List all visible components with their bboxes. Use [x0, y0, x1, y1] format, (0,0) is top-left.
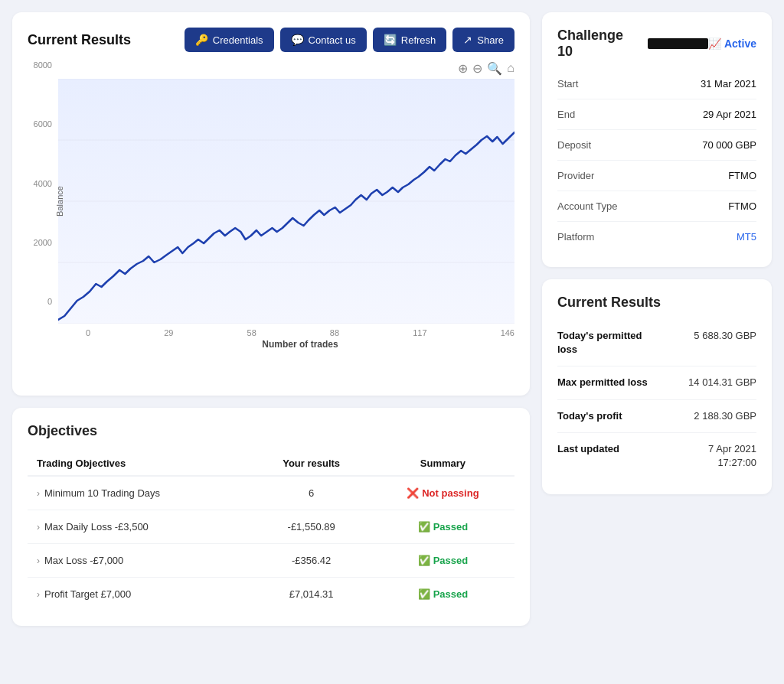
challenge-header: Challenge 10 📈 Active — [557, 28, 756, 60]
objectives-card: Objectives Trading Objectives Your resul… — [12, 408, 530, 626]
x-label-146: 146 — [501, 328, 514, 337]
info-label: End — [557, 109, 575, 120]
info-value: 70 000 GBP — [702, 139, 756, 151]
col-summary: Summary — [371, 451, 514, 476]
chevron-icon: › — [37, 522, 40, 533]
y-label-0: 0 — [28, 298, 55, 306]
zoom-in-icon[interactable]: ⊕ — [458, 61, 468, 76]
obj-name-text: Max Loss -£7,000 — [44, 555, 123, 566]
y-label-8000: 8000 — [28, 61, 55, 70]
challenge-info-rows: Start31 Mar 2021End29 Apr 2021Deposit70 … — [557, 69, 756, 252]
objectives-table: Trading Objectives Your results Summary … — [28, 451, 514, 611]
chart-card-header: Current Results 🔑 Credentials 💬 Contact … — [28, 28, 514, 52]
info-row: PlatformMT5 — [557, 222, 756, 252]
result-row: Max permitted loss14 014.31 GBP — [557, 366, 756, 399]
results-rows: Today's permitted loss5 688.30 GBPMax pe… — [557, 320, 756, 479]
chart-card: Current Results 🔑 Credentials 💬 Contact … — [12, 12, 530, 396]
obj-summary-cell: ✅ Passed — [371, 578, 514, 611]
challenge-info-card: Challenge 10 📈 Active Start31 Mar 2021En… — [542, 12, 772, 267]
objectives-title: Objectives — [28, 423, 514, 439]
challenge-redacted — [648, 38, 708, 49]
result-row: Today's permitted loss5 688.30 GBP — [557, 320, 756, 366]
share-button[interactable]: ↗ Share — [452, 28, 514, 52]
refresh-button[interactable]: 🔄 Refresh — [373, 28, 447, 52]
results-title: Current Results — [557, 295, 756, 311]
contact-us-button[interactable]: 💬 Contact us — [280, 28, 367, 52]
zoom-out-icon[interactable]: ⊖ — [472, 61, 482, 76]
toolbar: 🔑 Credentials 💬 Contact us 🔄 Refresh ↗ S… — [185, 28, 514, 52]
obj-result-cell: -£356.42 — [251, 544, 371, 578]
x-label-0: 0 — [86, 328, 90, 337]
check-icon: ✅ — [418, 588, 430, 600]
credentials-button[interactable]: 🔑 Credentials — [185, 28, 274, 52]
info-label: Provider — [557, 170, 594, 181]
result-value: 7 Apr 2021 17:27:00 — [708, 442, 756, 470]
info-value: 29 Apr 2021 — [703, 109, 756, 120]
chart-zoom-controls: ⊕ ⊖ 🔍 ⌂ — [58, 61, 514, 76]
y-label-4000: 4000 — [28, 180, 55, 188]
info-value[interactable]: MT5 — [737, 231, 756, 243]
col-your-results: Your results — [251, 451, 371, 476]
info-value: FTMO — [728, 170, 756, 181]
active-badge: 📈 Active — [708, 37, 756, 50]
table-row: ›Profit Target £7,000£7,014.31✅ Passed — [28, 578, 514, 611]
result-label: Today's permitted loss — [557, 329, 649, 357]
pass-badge: ✅ Passed — [418, 555, 469, 566]
info-row: Deposit70 000 GBP — [557, 130, 756, 161]
pass-badge: ✅ Passed — [418, 521, 469, 533]
info-row: ProviderFTMO — [557, 161, 756, 191]
obj-name-cell[interactable]: ›Max Daily Loss -£3,500 — [28, 510, 251, 544]
y-axis-label: Balance — [55, 186, 64, 217]
obj-name-cell[interactable]: ›Profit Target £7,000 — [28, 578, 251, 611]
obj-name-text: Max Daily Loss -£3,500 — [44, 521, 149, 533]
x-label-29: 29 — [164, 328, 173, 337]
check-icon: ✅ — [418, 521, 430, 533]
y-label-2000: 2000 — [28, 239, 55, 247]
chat-icon: 💬 — [291, 34, 304, 46]
x-icon: ❌ — [407, 487, 419, 499]
obj-result-cell: 6 — [251, 476, 371, 510]
zoom-home-icon[interactable]: ⌂ — [507, 61, 514, 76]
result-value: 5 688.30 GBP — [694, 329, 756, 343]
line-chart — [58, 79, 514, 324]
obj-name-cell[interactable]: ›Minimum 10 Trading Days — [28, 476, 251, 510]
refresh-icon: 🔄 — [384, 34, 397, 46]
share-icon: ↗ — [463, 34, 472, 46]
result-value: 14 014.31 GBP — [688, 376, 756, 389]
chevron-icon: › — [37, 555, 40, 566]
col-trading-objectives: Trading Objectives — [28, 451, 251, 476]
chevron-icon: › — [37, 589, 40, 600]
result-value: 2 188.30 GBP — [694, 409, 756, 423]
info-value: FTMO — [728, 200, 756, 212]
x-axis-labels: 0 29 58 88 117 146 — [58, 324, 514, 337]
info-label: Platform — [557, 231, 594, 243]
table-row: ›Minimum 10 Trading Days6❌ Not passing — [28, 476, 514, 510]
chart-card-title: Current Results — [28, 32, 131, 48]
x-label-58: 58 — [247, 328, 256, 337]
check-icon: ✅ — [418, 555, 430, 566]
chart-line-icon: 📈 — [708, 37, 721, 50]
info-label: Account Type — [557, 200, 618, 212]
info-row: Account TypeFTMO — [557, 191, 756, 222]
obj-summary-cell: ✅ Passed — [371, 510, 514, 544]
fail-badge: ❌ Not passing — [407, 487, 479, 499]
result-label: Today's profit — [557, 409, 622, 423]
result-label: Last updated — [557, 442, 619, 456]
info-label: Start — [557, 78, 578, 90]
result-label: Max permitted loss — [557, 376, 648, 389]
obj-name-text: Minimum 10 Trading Days — [44, 487, 160, 499]
table-row: ›Max Daily Loss -£3,500-£1,550.89✅ Passe… — [28, 510, 514, 544]
result-row: Last updated7 Apr 2021 17:27:00 — [557, 433, 756, 479]
info-row: End29 Apr 2021 — [557, 99, 756, 130]
obj-name-cell[interactable]: ›Max Loss -£7,000 — [28, 544, 251, 578]
chevron-icon: › — [37, 488, 40, 499]
info-label: Deposit — [557, 139, 591, 151]
info-row: Start31 Mar 2021 — [557, 69, 756, 99]
key-icon: 🔑 — [195, 34, 208, 46]
y-label-6000: 6000 — [28, 120, 55, 129]
obj-result-cell: £7,014.31 — [251, 578, 371, 611]
obj-summary-cell: ❌ Not passing — [371, 476, 514, 510]
x-axis-title: Number of trades — [58, 339, 514, 350]
x-label-88: 88 — [330, 328, 339, 337]
zoom-magnify-icon[interactable]: 🔍 — [487, 61, 502, 76]
